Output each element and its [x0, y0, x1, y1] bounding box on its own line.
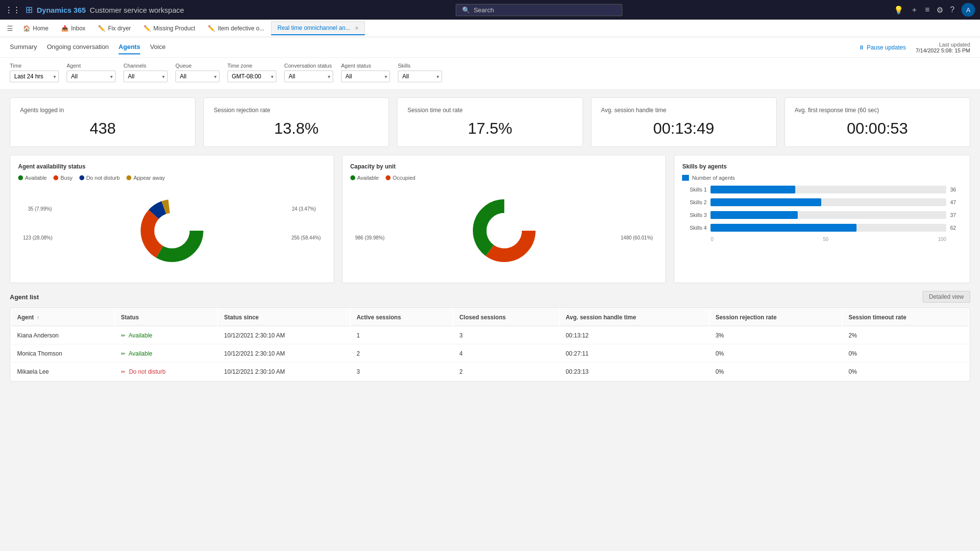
tab-realtime[interactable]: Real time omnichannel an... ✕	[271, 21, 365, 35]
kpi-avg-session-handle-time: Avg. session handle time 00:13:49	[591, 97, 777, 147]
donotdisturb-legend-dot	[79, 175, 84, 180]
busy-legend-dot	[53, 175, 58, 180]
filter-timezone-select[interactable]: GMT-08:00	[227, 71, 276, 82]
filter-conversation-status-wrapper: All	[284, 71, 333, 82]
chart-availability: Agent availability status Available Busy…	[10, 155, 334, 283]
filter-time: Time Last 24 hrs	[10, 63, 59, 82]
tab-summary[interactable]: Summary	[10, 40, 37, 54]
filter-time-wrapper: Last 24 hrs	[10, 71, 59, 82]
tab-home[interactable]: 🏠 Home	[17, 22, 54, 35]
filters-row: Time Last 24 hrs Agent All Channels All	[0, 58, 980, 90]
close-realtime-tab[interactable]: ✕	[355, 25, 359, 31]
detailed-view-button[interactable]: Detailed view	[923, 291, 970, 303]
section-tabs: Summary Ongoing conversation Agents Voic…	[10, 40, 166, 54]
menu-icon[interactable]: ≡	[925, 5, 930, 14]
pause-icon: ⏸	[858, 44, 864, 51]
inbox-icon: 📥	[61, 25, 69, 32]
agent-name-mikaela: Mikaela Lee	[11, 363, 114, 380]
settings-icon[interactable]: ⚙	[936, 5, 943, 15]
pause-updates-button[interactable]: ⏸ Pause updates	[858, 44, 906, 51]
filter-channels-wrapper: All	[123, 71, 168, 82]
filter-skills: Skills All	[398, 63, 442, 82]
filter-conversation-status: Conversation status All	[284, 63, 333, 82]
search-icon: 🔍	[462, 6, 470, 14]
bar-row-skills3: Skills 3 37	[682, 211, 962, 219]
capacity-legend: Available Occupied	[350, 175, 658, 181]
filter-agent-status-select[interactable]: All	[341, 71, 390, 82]
agent-status-kiana: ✏ Available	[115, 327, 217, 344]
agent-table: Agent ↑ Status Status since Active sessi…	[10, 308, 970, 382]
col-header-agent[interactable]: Agent ↑	[11, 309, 114, 326]
filter-queue-wrapper: All	[175, 71, 220, 82]
brand-dynamics: Dynamics 365	[37, 6, 86, 14]
status-icon-monica: ✏	[121, 351, 125, 357]
active-sessions-monica: 2	[351, 345, 453, 362]
timeout-rate-kiana: 2%	[843, 327, 969, 344]
availability-donut-svg	[135, 194, 209, 267]
status-since-mikaela: 10/12/2021 2:30:10 AM	[218, 363, 349, 380]
avg-handle-monica: 00:27:11	[560, 345, 709, 362]
tab-bar: ☰ 🏠 Home 📥 Inbox ✏️ Fix dryer ✏️ Missing…	[0, 20, 980, 37]
filter-channels-select[interactable]: All	[123, 71, 168, 82]
col-header-closed-sessions: Closed sessions	[453, 309, 559, 326]
filter-time-label: Time	[10, 63, 59, 69]
lightbulb-icon[interactable]: 💡	[894, 5, 904, 15]
available-legend-dot	[18, 175, 23, 180]
appearaway-legend-dot	[126, 175, 131, 180]
user-avatar[interactable]: A	[961, 3, 975, 17]
filter-time-select[interactable]: Last 24 hrs	[10, 71, 59, 82]
rejection-rate-monica: 0%	[710, 345, 841, 362]
sort-agent-icon: ↑	[37, 315, 39, 320]
capacity-donut-svg	[467, 194, 541, 267]
filter-skills-select[interactable]: All	[398, 71, 442, 82]
kpi-session-timeout-rate: Session time out rate 17.5%	[397, 97, 583, 147]
global-search-bar[interactable]: 🔍 Search	[456, 4, 622, 16]
tab-ongoing-conversation[interactable]: Ongoing conversation	[47, 40, 109, 54]
availability-label-busy: 123 (28.08%)	[23, 235, 52, 240]
kpi-row: Agents logged in 438 Session rejection r…	[0, 90, 980, 155]
avg-handle-kiana: 00:13:12	[560, 327, 709, 344]
kpi-agents-logged-in: Agents logged in 438	[10, 97, 196, 147]
capacity-label-occupied: 1480 (60.01%)	[621, 235, 653, 240]
last-updated-info: Last updated 7/14/2022 5:08: 15 PM	[916, 42, 970, 53]
top-nav-icons: 💡 ＋ ≡ ⚙ ? A	[894, 3, 975, 17]
filter-skills-label: Skills	[398, 63, 442, 69]
tab-item-defective[interactable]: ✏️ Item defective o...	[202, 22, 270, 35]
agent-table-header-row: Agent ↑ Status Status since Active sessi…	[11, 309, 969, 326]
brand-app-name: Customer service workspace	[90, 6, 184, 14]
filter-agent-status-wrapper: All	[341, 71, 390, 82]
filter-agent-label: Agent	[67, 63, 116, 69]
skills-bar-chart: Skills 1 36 Skills 2 47 Skills 3	[682, 186, 962, 242]
tab-fix-dryer[interactable]: ✏️ Fix dryer	[92, 22, 137, 35]
agent-table-body: Kiana Anderson ✏ Available 10/12/2021 2:…	[11, 327, 969, 380]
filter-queue-select[interactable]: All	[175, 71, 220, 82]
active-sessions-mikaela: 3	[351, 363, 453, 380]
edit-icon-fix-dryer: ✏️	[98, 25, 105, 32]
filter-conversation-status-select[interactable]: All	[284, 71, 333, 82]
kpi-avg-first-response-time: Avg. first response time (60 sec) 00:00:…	[784, 97, 970, 147]
availability-label-appearaway: 24 (3.47%)	[292, 206, 316, 212]
availability-label-available: 256 (58.44%)	[292, 235, 321, 240]
agent-name-monica: Monica Thomson	[11, 345, 114, 362]
filter-timezone-label: Time zone	[227, 63, 276, 69]
bar-fill-skills3	[710, 211, 798, 219]
chart-skills: Skills by agents Number of agents Skills…	[674, 155, 970, 283]
filter-skills-wrapper: All	[398, 71, 442, 82]
tab-hamburger[interactable]: ☰	[4, 22, 16, 35]
help-icon[interactable]: ?	[950, 5, 955, 14]
hamburger-menu[interactable]: ⋮⋮	[5, 5, 21, 15]
tab-missing-product[interactable]: ✏️ Missing Product	[138, 22, 201, 35]
plus-icon[interactable]: ＋	[910, 5, 918, 15]
availability-legend: Available Busy Do not disturb Appear awa…	[18, 175, 326, 181]
edit-icon-item-defective: ✏️	[208, 25, 215, 32]
toolbar-right: ⏸ Pause updates Last updated 7/14/2022 5…	[858, 42, 970, 53]
agent-status-mikaela: ✏ Do not disturb	[115, 363, 217, 380]
tab-agents[interactable]: Agents	[119, 40, 140, 54]
col-header-status-since: Status since	[218, 309, 349, 326]
main-content: Summary Ongoing conversation Agents Voic…	[0, 37, 980, 551]
agent-name-kiana: Kiana Anderson	[11, 327, 114, 344]
tab-inbox[interactable]: 📥 Inbox	[55, 22, 91, 35]
filter-agent-select[interactable]: All	[67, 71, 116, 82]
tab-voice[interactable]: Voice	[150, 40, 166, 54]
home-icon: 🏠	[23, 25, 30, 32]
